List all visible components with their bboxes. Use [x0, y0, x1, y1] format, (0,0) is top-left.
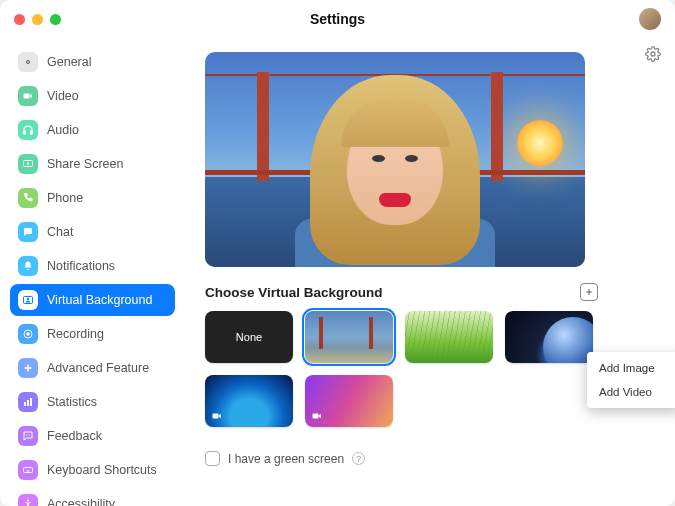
window-title: Settings — [0, 11, 675, 27]
help-icon[interactable]: ? — [352, 452, 365, 465]
bg-thumb-none[interactable]: None — [205, 311, 293, 363]
svg-rect-11 — [27, 400, 29, 406]
green-screen-label: I have a green screen — [228, 452, 344, 466]
sidebar-item-advanced-feature[interactable]: Advanced Feature — [10, 352, 175, 384]
titlebar: Settings — [0, 0, 675, 38]
settings-sidebar: General Video Audio Share Screen Phone C… — [0, 38, 185, 506]
accessibility-icon — [18, 494, 38, 506]
sidebar-item-label: Audio — [47, 123, 79, 137]
settings-window: Settings General Video Audio Share Scree… — [0, 0, 675, 506]
sidebar-item-chat[interactable]: Chat — [10, 216, 175, 248]
svg-rect-10 — [24, 402, 26, 406]
sidebar-item-label: Virtual Background — [47, 293, 152, 307]
keyboard-icon — [18, 460, 38, 480]
bg-thumb-grass[interactable] — [405, 311, 493, 363]
content-body: General Video Audio Share Screen Phone C… — [0, 38, 675, 506]
phone-icon — [18, 188, 38, 208]
sidebar-item-accessibility[interactable]: Accessibility — [10, 488, 175, 506]
sidebar-item-audio[interactable]: Audio — [10, 114, 175, 146]
sidebar-item-label: Notifications — [47, 259, 115, 273]
svg-point-1 — [27, 61, 30, 64]
bg-thumb-aurora-video[interactable] — [205, 375, 293, 427]
sidebar-item-label: Phone — [47, 191, 83, 205]
menu-item-add-video[interactable]: Add Video — [587, 380, 675, 404]
bg-thumb-label: None — [236, 331, 262, 343]
person-card-icon — [18, 290, 38, 310]
svg-rect-3 — [24, 131, 26, 134]
sidebar-item-recording[interactable]: Recording — [10, 318, 175, 350]
section-title: Choose Virtual Background — [205, 285, 383, 300]
svg-point-7 — [27, 298, 29, 300]
video-preview — [205, 52, 585, 267]
svg-point-9 — [26, 332, 30, 336]
camera-icon — [18, 86, 38, 106]
sidebar-item-label: Accessibility — [47, 497, 115, 506]
share-screen-icon — [18, 154, 38, 174]
sidebar-item-label: Recording — [47, 327, 104, 341]
sidebar-item-notifications[interactable]: Notifications — [10, 250, 175, 282]
sidebar-item-label: Video — [47, 89, 79, 103]
sidebar-item-label: General — [47, 55, 91, 69]
sidebar-item-label: Statistics — [47, 395, 97, 409]
close-window-button[interactable] — [14, 14, 25, 25]
background-thumbnails: None — [205, 311, 610, 427]
headphones-icon — [18, 120, 38, 140]
menu-item-add-image[interactable]: Add Image — [587, 356, 675, 380]
video-indicator-icon — [311, 410, 323, 422]
bg-thumb-earth-space[interactable] — [505, 311, 593, 363]
fullscreen-window-button[interactable] — [50, 14, 61, 25]
sidebar-item-label: Share Screen — [47, 157, 123, 171]
svg-rect-19 — [313, 414, 319, 419]
window-controls — [14, 14, 61, 25]
svg-point-14 — [28, 435, 29, 436]
record-icon — [18, 324, 38, 344]
sidebar-item-video[interactable]: Video — [10, 80, 175, 112]
user-avatar[interactable] — [639, 8, 661, 30]
minimize-window-button[interactable] — [32, 14, 43, 25]
svg-rect-16 — [24, 468, 33, 473]
stats-icon — [18, 392, 38, 412]
sidebar-item-keyboard-shortcuts[interactable]: Keyboard Shortcuts — [10, 454, 175, 486]
add-background-button[interactable] — [580, 283, 598, 301]
main-panel: Choose Virtual Background None — [185, 38, 675, 506]
chat-icon — [18, 222, 38, 242]
svg-point-17 — [27, 500, 29, 502]
sidebar-item-statistics[interactable]: Statistics — [10, 386, 175, 418]
plus-icon — [18, 358, 38, 378]
svg-point-13 — [26, 435, 27, 436]
svg-point-15 — [29, 435, 30, 436]
bg-thumb-bridge[interactable] — [305, 311, 393, 363]
video-indicator-icon — [211, 410, 223, 422]
sidebar-item-virtual-background[interactable]: Virtual Background — [10, 284, 175, 316]
svg-rect-18 — [213, 414, 219, 419]
sidebar-item-label: Chat — [47, 225, 73, 239]
svg-rect-12 — [30, 398, 32, 406]
svg-rect-4 — [31, 131, 33, 134]
add-background-menu: Add Image Add Video — [587, 352, 675, 408]
sidebar-item-feedback[interactable]: Feedback — [10, 420, 175, 452]
bg-thumb-gradient-video[interactable] — [305, 375, 393, 427]
sidebar-item-phone[interactable]: Phone — [10, 182, 175, 214]
green-screen-row: I have a green screen ? — [205, 451, 645, 466]
green-screen-checkbox[interactable] — [205, 451, 220, 466]
svg-rect-2 — [24, 94, 30, 99]
bell-icon — [18, 256, 38, 276]
gear-icon — [18, 52, 38, 72]
feedback-icon — [18, 426, 38, 446]
sidebar-item-label: Keyboard Shortcuts — [47, 463, 157, 477]
sidebar-item-label: Advanced Feature — [47, 361, 149, 375]
section-header: Choose Virtual Background — [205, 283, 598, 301]
sidebar-item-label: Feedback — [47, 429, 102, 443]
sidebar-item-share-screen[interactable]: Share Screen — [10, 148, 175, 180]
sidebar-item-general[interactable]: General — [10, 46, 175, 78]
